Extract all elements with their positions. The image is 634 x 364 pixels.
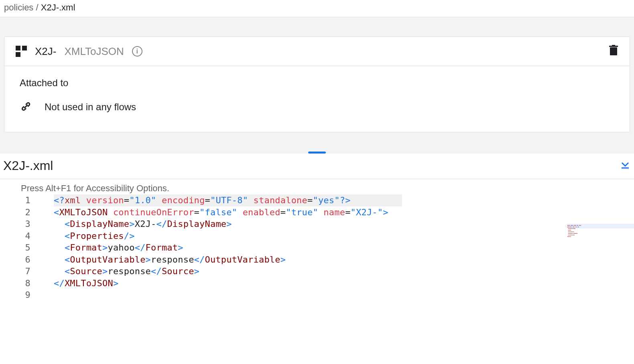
editor-filename: X2J-.xml <box>3 158 53 173</box>
panel-resize-handle[interactable] <box>308 152 326 154</box>
collapse-panel-button[interactable] <box>620 161 630 171</box>
delete-button[interactable] <box>609 45 618 58</box>
grid-icon <box>16 46 27 57</box>
breadcrumb-parent[interactable]: policies <box>4 2 33 12</box>
policy-card: X2J- XMLToJSON i Attached to Not <box>4 36 630 132</box>
attached-to-label: Attached to <box>20 77 614 89</box>
policy-name: X2J- <box>35 45 56 58</box>
info-icon[interactable]: i <box>132 46 142 57</box>
minimap[interactable]: ▬▬▬▬ ▬▬▬ ▬▬▬ ▬▬ ▬▬▬ ▬▬▬▬▬▬ ▬▬▬ ▬▬ ▬▬ ▬▬▬… <box>567 224 634 248</box>
accessibility-hint: Press Alt+F1 for Accessibility Options. <box>0 179 634 194</box>
svg-rect-2 <box>612 45 615 46</box>
policy-card-header: X2J- XMLToJSON i <box>4 37 630 66</box>
breadcrumb: policies / X2J-.xml <box>0 0 634 17</box>
breadcrumb-current: X2J-.xml <box>41 2 75 12</box>
code-editor[interactable]: 123456789 <?xml version="1.0" encoding="… <box>0 194 634 301</box>
attached-status: Not used in any flows <box>45 101 136 113</box>
editor-panel: X2J-.xml Press Alt+F1 for Accessibility … <box>0 154 634 301</box>
link-icon <box>18 99 35 115</box>
code-content[interactable]: <?xml version="1.0" encoding="UTF-8" sta… <box>37 194 634 301</box>
svg-rect-0 <box>610 47 617 55</box>
line-number-gutter: 123456789 <box>0 194 37 301</box>
policy-type: XMLToJSON <box>64 45 124 58</box>
